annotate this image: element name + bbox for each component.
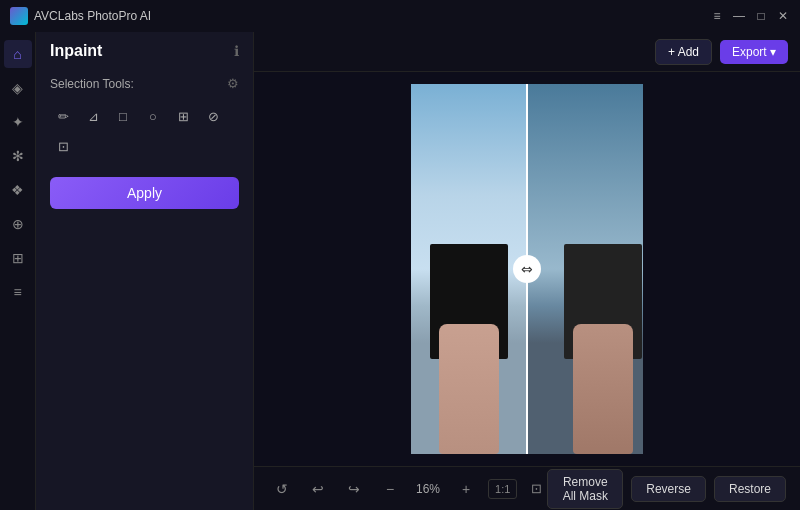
sidebar-item-effects[interactable]: ✦	[4, 108, 32, 136]
hand-before	[429, 234, 509, 454]
zoom-out-icon[interactable]: −	[376, 475, 404, 503]
titlebar-controls[interactable]: ≡ — □ ✕	[710, 9, 790, 23]
panel-header: Inpaint ℹ	[36, 32, 253, 70]
hand-skin-before	[439, 324, 499, 454]
tool-subtract[interactable]: ⊘	[200, 103, 226, 129]
zoom-level: 16%	[412, 482, 444, 496]
image-container: ⇔	[411, 84, 643, 454]
panel-title: Inpaint	[50, 42, 102, 60]
tool-rect[interactable]: □	[110, 103, 136, 129]
tool-grid[interactable]: ⊞	[170, 103, 196, 129]
section-header: Selection Tools: ⚙	[36, 70, 253, 97]
icon-sidebar: ⌂ ◈ ✦ ✻ ❖ ⊕ ⊞ ≡	[0, 32, 36, 510]
main-layout: ⌂ ◈ ✦ ✻ ❖ ⊕ ⊞ ≡ Inpaint ℹ Selection Tool…	[0, 32, 800, 510]
zoom-in-icon[interactable]: +	[452, 475, 480, 503]
titlebar: AVCLabs PhotoPro AI ≡ — □ ✕	[0, 0, 800, 32]
minimize-icon[interactable]: —	[732, 9, 746, 23]
selection-tools-label: Selection Tools:	[50, 77, 134, 91]
sidebar-item-add[interactable]: ⊕	[4, 210, 32, 238]
tool-magic[interactable]: ⊡	[50, 133, 76, 159]
undo-icon[interactable]: ↩	[304, 475, 332, 503]
zoom-preset[interactable]: 1:1	[488, 479, 517, 499]
restore-button[interactable]: Restore	[714, 476, 786, 502]
apply-button[interactable]: Apply	[50, 177, 239, 209]
top-bar: + Add Export ▾	[254, 32, 800, 72]
app-title: AVCLabs PhotoPro AI	[34, 9, 151, 23]
hand-skin-after	[573, 324, 633, 454]
sidebar-item-adjust[interactable]: ✻	[4, 142, 32, 170]
sidebar-item-remove[interactable]: ❖	[4, 176, 32, 204]
sidebar-item-grid[interactable]: ⊞	[4, 244, 32, 272]
canvas-area: + Add Export ▾	[254, 32, 800, 510]
canvas-content: ⇔	[254, 72, 800, 466]
tools-row: ✏ ⊿ □ ○ ⊞ ⊘ ⊡	[36, 97, 253, 165]
sidebar-item-settings[interactable]: ≡	[4, 278, 32, 306]
bottom-controls-left: ↺ ↩ ↪ − 16% + 1:1 ⊡	[268, 475, 547, 503]
maximize-icon[interactable]: □	[754, 9, 768, 23]
split-handle[interactable]: ⇔	[513, 255, 541, 283]
refresh-icon[interactable]: ↺	[268, 475, 296, 503]
before-image	[411, 84, 527, 454]
remove-all-mask-button[interactable]: Remove All Mask	[547, 469, 623, 509]
titlebar-left: AVCLabs PhotoPro AI	[10, 7, 151, 25]
export-button[interactable]: Export ▾	[720, 40, 788, 64]
app-logo	[10, 7, 28, 25]
tool-ellipse[interactable]: ○	[140, 103, 166, 129]
reverse-button[interactable]: Reverse	[631, 476, 706, 502]
after-image	[527, 84, 643, 454]
tool-pen[interactable]: ✏	[50, 103, 76, 129]
sidebar-item-tools[interactable]: ◈	[4, 74, 32, 102]
tool-lasso[interactable]: ⊿	[80, 103, 106, 129]
gear-icon[interactable]: ⚙	[227, 76, 239, 91]
bottom-controls-right: Remove All Mask Reverse Restore	[547, 469, 786, 509]
hand-after	[563, 234, 643, 454]
close-icon[interactable]: ✕	[776, 9, 790, 23]
redo-icon[interactable]: ↪	[340, 475, 368, 503]
expand-icon[interactable]: ⊡	[525, 478, 547, 500]
bottom-bar: ↺ ↩ ↪ − 16% + 1:1 ⊡ Remove All Mask Reve…	[254, 466, 800, 510]
info-icon[interactable]: ℹ	[234, 43, 239, 59]
menu-icon[interactable]: ≡	[710, 9, 724, 23]
left-panel: Inpaint ℹ Selection Tools: ⚙ ✏ ⊿ □ ○ ⊞ ⊘…	[36, 32, 254, 510]
sidebar-item-home[interactable]: ⌂	[4, 40, 32, 68]
add-button[interactable]: + Add	[655, 39, 712, 65]
